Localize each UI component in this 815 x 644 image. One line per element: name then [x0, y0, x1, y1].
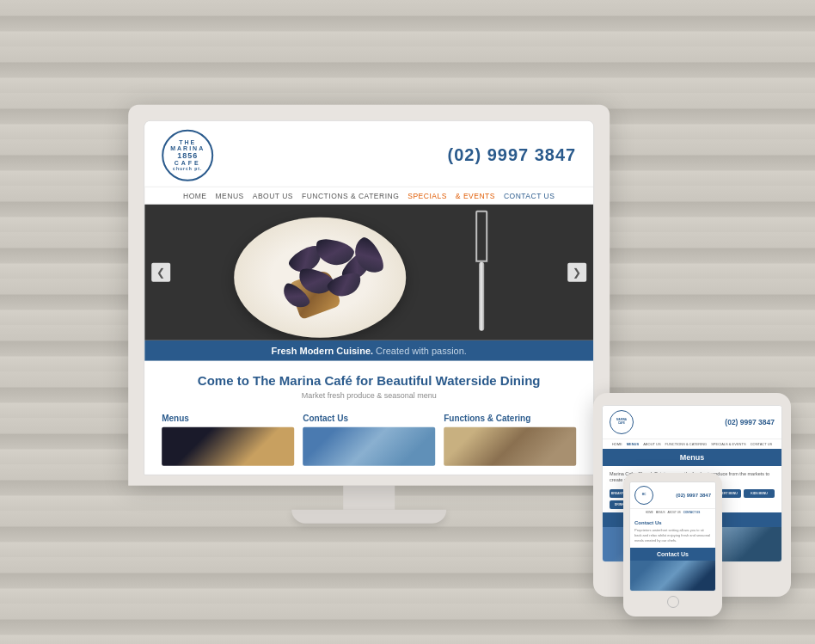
desktop-monitor: THE MARINA 1856 CAFE church pt. (02) 999… [128, 104, 610, 523]
phone-content: Contact Us Proprietors waterfront settin… [630, 516, 715, 548]
card-functions[interactable]: Functions & Catering [444, 413, 576, 465]
fork [469, 211, 494, 331]
tagline-subtitle: Market fresh produce & seasonal menu [162, 390, 576, 399]
tablet-logo: MARINACAFE [610, 410, 634, 434]
phone-nav-home[interactable]: HOME [646, 511, 653, 514]
slider-arrow-right[interactable]: ❯ [567, 262, 586, 281]
logo-the: THE [179, 139, 196, 145]
card-contact-title: Contact Us [303, 413, 435, 422]
tablet-menus-title: Menus [680, 453, 705, 462]
slider-arrow-left[interactable]: ❮ [151, 262, 170, 281]
empty-3 [744, 500, 775, 509]
hero-banner-text: Fresh Modern Cuisine. Created with passi… [162, 345, 576, 355]
tablet-logo-text: MARINACAFE [616, 419, 627, 425]
nav-contact[interactable]: CONTACT US [504, 191, 555, 199]
site-phone[interactable]: (02) 9997 3847 [448, 145, 577, 165]
logo-year: 1856 [177, 151, 198, 160]
food-mussels [273, 232, 410, 327]
card-functions-image [444, 426, 576, 465]
monitor-stand-neck [343, 485, 395, 509]
phone-header: MC (02) 9997 3847 [630, 482, 715, 508]
nav-about[interactable]: ABOUT US [253, 191, 293, 199]
cards-row: Menus Contact Us Functions & Catering [144, 406, 593, 474]
tablet-phone[interactable]: (02) 9997 3847 [725, 418, 775, 426]
monitor-screen: THE MARINA 1856 CAFE church pt. (02) 999… [144, 120, 594, 475]
tablet-header: MARINACAFE (02) 9997 3847 [603, 406, 781, 439]
website-desktop: THE MARINA 1856 CAFE church pt. (02) 999… [144, 120, 593, 474]
btn-kids[interactable]: KIDS MENU [744, 489, 775, 498]
tablet-nav-specials[interactable]: SPECIALS & EVENTS [711, 442, 745, 446]
phone-nav-contact[interactable]: CONTACT US [683, 511, 700, 514]
card-functions-title: Functions & Catering [444, 413, 576, 422]
nav-specials[interactable]: SPECIALS [408, 191, 447, 199]
phone-screen: MC (02) 9997 3847 HOME MENUS ABOUT US CO… [629, 481, 716, 592]
tagline-title: Come to The Marina Café for Beautiful Wa… [162, 372, 576, 387]
phone-bottom-image [630, 561, 715, 591]
nav-home[interactable]: HOME [183, 191, 207, 199]
tablet-nav: HOME MENUS ABOUT US FUNCTIONS & CATERING… [603, 439, 781, 449]
card-contact[interactable]: Contact Us [303, 413, 435, 465]
fork-head [475, 211, 487, 262]
monitor-bezel: THE MARINA 1856 CAFE church pt. (02) 999… [128, 104, 610, 485]
scene: THE MARINA 1856 CAFE church pt. (02) 999… [0, 0, 815, 644]
food-plate [235, 218, 407, 338]
card-menus[interactable]: Menus [162, 413, 294, 465]
phone-home-button[interactable] [667, 596, 679, 608]
nav-functions[interactable]: FUNCTIONS & CATERING [302, 191, 399, 199]
phone-body-text: Proprietors waterfront setting allows yo… [634, 528, 711, 543]
logo-cafe: CAFE [175, 160, 201, 166]
tablet-nav-about[interactable]: ABOUT US [643, 442, 660, 446]
site-header: THE MARINA 1856 CAFE church pt. (02) 999… [144, 120, 593, 186]
phone-nav-about[interactable]: ABOUT US [668, 511, 681, 514]
hero-banner: Fresh Modern Cuisine. Created with passi… [144, 340, 593, 360]
tablet-nav-contact[interactable]: CONTACT US [751, 442, 773, 446]
monitor-stand-base [291, 509, 446, 523]
phone-phone-number[interactable]: (02) 9997 3847 [676, 493, 711, 498]
tablet-nav-functions[interactable]: FUNCTIONS & CATERING [665, 442, 708, 446]
tablet-hero-banner: Menus [603, 449, 781, 466]
hero-banner-light: Created with passion. [376, 345, 467, 355]
tablet-nav-menus[interactable]: MENUS [627, 442, 639, 446]
hero-slider: ❮ ❯ [144, 204, 593, 340]
site-nav: HOME MENUS ABOUT US FUNCTIONS & CATERING… [144, 186, 593, 204]
phone-body: MC (02) 9997 3847 HOME MENUS ABOUT US CO… [623, 473, 722, 616]
phone-device: MC (02) 9997 3847 HOME MENUS ABOUT US CO… [623, 473, 722, 616]
fork-handle [479, 262, 484, 331]
card-menus-image [162, 426, 294, 465]
phone-logo: MC [634, 486, 653, 505]
hero-food-image [144, 204, 593, 340]
phone-contact-banner[interactable]: Contact Us [630, 548, 715, 561]
nav-menus[interactable]: MENUS [216, 191, 244, 199]
hero-banner-bold: Fresh Modern Cuisine. [271, 345, 373, 355]
site-tagline: Come to The Marina Café for Beautiful Wa… [144, 360, 593, 406]
tablet-nav-home[interactable]: HOME [612, 442, 622, 446]
phone-nav-menus[interactable]: MENUS [656, 511, 665, 514]
phone-logo-text: MC [642, 494, 646, 497]
card-menus-title: Menus [162, 413, 294, 422]
nav-events[interactable]: & EVENTS [456, 191, 495, 199]
logo-location: church pt. [173, 166, 202, 171]
phone-nav: HOME MENUS ABOUT US CONTACT US [630, 508, 715, 516]
phone-section-title: Contact Us [634, 520, 711, 525]
site-logo: THE MARINA 1856 CAFE church pt. [162, 129, 213, 181]
card-contact-image [303, 426, 435, 465]
logo-marina: MARINA [170, 145, 205, 151]
